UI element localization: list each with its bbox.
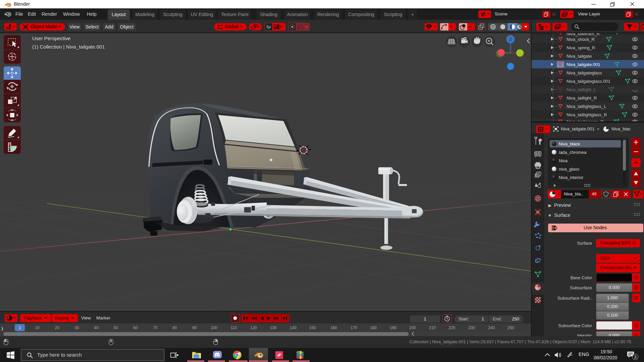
svg-text:20: 20 <box>55 325 59 330</box>
svg-text:30: 30 <box>74 325 79 330</box>
svg-text:Niva_taillight_R: Niva_taillight_R <box>567 96 597 101</box>
svg-text:110: 110 <box>230 325 237 330</box>
svg-text:170: 170 <box>351 325 357 330</box>
svg-text:lada_chromea: lada_chromea <box>559 150 587 155</box>
svg-text:230: 230 <box>468 325 475 330</box>
svg-text:160: 160 <box>330 325 337 330</box>
svg-text:90: 90 <box>192 325 197 330</box>
svg-text:3: 3 <box>634 355 637 360</box>
svg-text:250: 250 <box>507 325 514 330</box>
svg-text:Niva_taillightglass_R: Niva_taillightglass_R <box>567 112 607 117</box>
svg-text:niva_glass: niva_glass <box>559 167 580 172</box>
svg-text:Niva_spring_R: Niva_spring_R <box>567 45 595 50</box>
svg-text:240: 240 <box>488 325 495 330</box>
svg-text:220: 220 <box>448 325 455 330</box>
svg-text:60: 60 <box>133 325 138 330</box>
svg-text:Niva_tailgate.001: Niva_tailgate.001 <box>567 62 600 67</box>
svg-text:Niva_black: Niva_black <box>559 141 580 146</box>
svg-text:210: 210 <box>429 325 436 330</box>
svg-text:Z: Z <box>509 37 512 42</box>
svg-text:190: 190 <box>390 325 396 330</box>
svg-text:Niva_tailgate: Niva_tailgate <box>567 54 592 59</box>
svg-text:Niva_taillight_L: Niva_taillight_L <box>567 87 596 92</box>
svg-text:140: 140 <box>290 325 297 330</box>
svg-text:Niva: Niva <box>559 158 568 163</box>
svg-text:Niva_tailgateglass.001: Niva_tailgateglass.001 <box>567 79 610 84</box>
svg-text:200: 200 <box>409 325 416 330</box>
svg-text:40: 40 <box>94 325 99 330</box>
svg-text:Niva_interior: Niva_interior <box>559 175 584 180</box>
svg-text:Niva_taillightglass_L: Niva_taillightglass_L <box>567 104 606 109</box>
svg-text:Niva_loweram_R: Niva_loweram_R <box>567 33 600 36</box>
svg-text:50: 50 <box>113 325 118 330</box>
svg-text:1: 1 <box>19 325 21 330</box>
svg-text:120: 120 <box>250 325 257 330</box>
svg-text:80: 80 <box>172 325 177 330</box>
svg-text:Niva_shock_R: Niva_shock_R <box>567 37 595 42</box>
svg-text:150: 150 <box>309 325 316 330</box>
svg-text:130: 130 <box>270 325 277 330</box>
svg-text:100: 100 <box>211 325 217 330</box>
svg-text:10: 10 <box>35 325 40 330</box>
svg-text:Niva_tailgateglass: Niva_tailgateglass <box>567 70 602 75</box>
svg-text:70: 70 <box>153 325 158 330</box>
svg-text:180: 180 <box>370 325 377 330</box>
